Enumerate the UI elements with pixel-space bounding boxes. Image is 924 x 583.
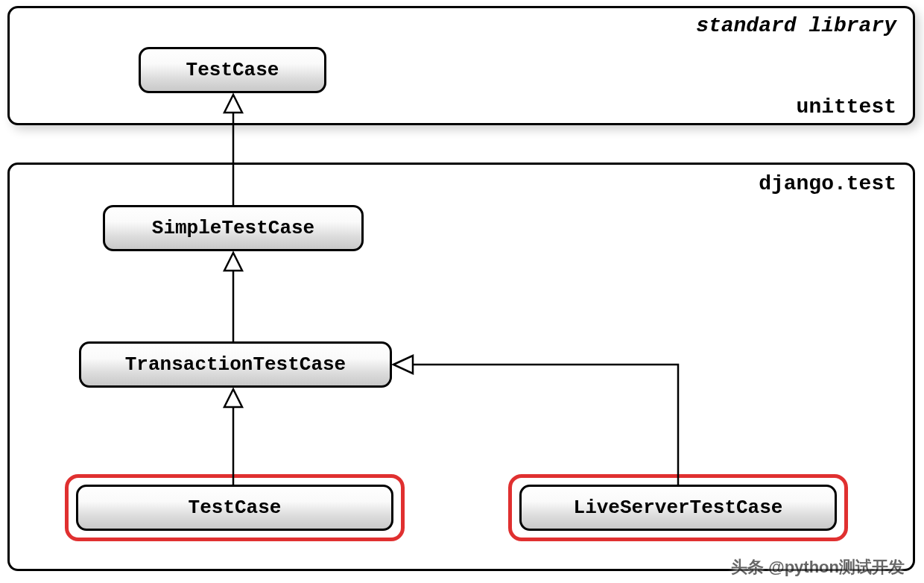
node-liveserver-testcase: LiveServerTestCase bbox=[519, 485, 837, 531]
node-label: SimpleTestCase bbox=[152, 217, 314, 239]
node-django-testcase: TestCase bbox=[76, 485, 393, 531]
panel-title-unittest: unittest bbox=[797, 95, 896, 119]
node-label: LiveServerTestCase bbox=[574, 497, 783, 519]
diagram-canvas: standard library unittest TestCase djang… bbox=[0, 0, 924, 583]
node-transaction-testcase: TransactionTestCase bbox=[79, 341, 392, 388]
node-label: TransactionTestCase bbox=[125, 353, 346, 376]
panel-title-standard-library: standard library bbox=[696, 14, 896, 37]
node-unittest-testcase: TestCase bbox=[139, 47, 326, 93]
node-label: TestCase bbox=[186, 59, 279, 81]
panel-title-django-test: django.test bbox=[759, 172, 896, 195]
watermark: 头条 @python测试开发 bbox=[731, 556, 905, 579]
node-simple-testcase: SimpleTestCase bbox=[103, 205, 364, 251]
node-label: TestCase bbox=[189, 497, 282, 519]
